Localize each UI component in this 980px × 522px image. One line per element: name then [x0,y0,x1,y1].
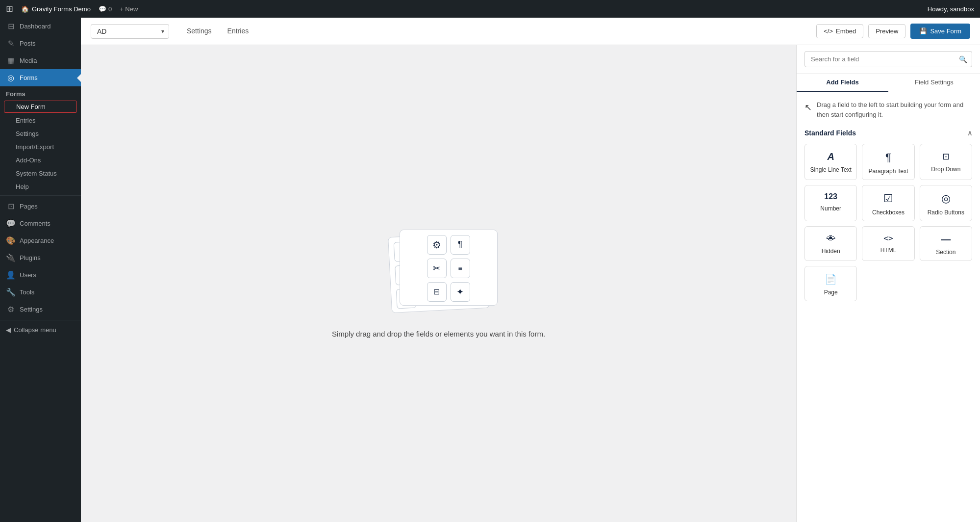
nav-settings[interactable]: Settings [179,23,220,40]
sidebar-item-dashboard[interactable]: ⊟ Dashboard [0,18,81,35]
forms-submenu-heading: Forms [0,86,81,100]
field-card-page[interactable]: 📄 Page [804,266,857,301]
new-link[interactable]: + New [120,5,138,13]
media-icon: ▦ [6,56,16,65]
tab-add-fields[interactable]: Add Fields [797,74,888,92]
submenu-item-help[interactable]: Help [0,180,81,193]
illus-icon-4: ⚙ [427,235,447,255]
submenu-item-new-form[interactable]: New Form [4,101,77,113]
paragraph-text-icon: ¶ [885,151,891,164]
hidden-icon: 👁 [827,234,835,244]
standard-fields-heading: Standard Fields ∧ [804,129,972,137]
canvas-empty-text: Simply drag and drop the fields or eleme… [332,330,545,338]
section-icon: — [941,234,951,245]
sidebar-item-posts[interactable]: ✎ Posts [0,35,81,52]
field-search-input[interactable] [804,51,972,67]
settings-icon: ⚙ [6,305,16,314]
illus-icon-8: ⊟ [427,282,447,302]
illus-icon-5: ¶ [451,235,470,255]
submenu-item-system-status[interactable]: System Status [0,167,81,180]
single-line-text-icon: A [827,151,834,162]
posts-icon: ✎ [6,39,16,48]
field-card-drop-down[interactable]: ⊡ Drop Down [920,144,972,180]
submenu-item-settings[interactable]: Settings [0,127,81,140]
panel-tabs: Add Fields Field Settings [797,74,980,92]
comments-icon: 💬 [6,219,16,228]
field-card-checkboxes[interactable]: ☑ Checkboxes [862,185,914,221]
form-builder: ⚙ ✂ ⊟ [81,45,980,522]
field-card-hidden[interactable]: 👁 Hidden [804,226,857,261]
drop-down-icon: ⊡ [942,151,950,162]
illus-icon-7: ≡ [451,259,470,278]
search-icon: 🔍 [959,55,967,63]
illus-icon-9: ✦ [451,282,470,302]
pages-icon: ⊡ [6,202,16,211]
preview-button[interactable]: Preview [868,24,905,38]
save-form-button[interactable]: 💾 Save Form [910,24,970,39]
form-nav: Settings Entries [179,23,256,40]
radio-buttons-icon: ◎ [941,192,951,205]
appearance-icon: 🎨 [6,236,16,245]
number-icon: 123 [824,192,837,201]
form-header: AD ▾ Settings Entries </> Embed Preview … [81,18,980,45]
collapse-menu-button[interactable]: ◀ Collapse menu [0,322,81,338]
sidebar-item-media[interactable]: ▦ Media [0,52,81,69]
tab-field-settings[interactable]: Field Settings [888,74,980,92]
header-actions: </> Embed Preview 💾 Save Form [816,24,970,39]
site-name[interactable]: 🏠 Gravity Forms Demo [21,5,91,13]
submenu-item-entries[interactable]: Entries [0,114,81,127]
canvas-illustration: ⚙ ✂ ⊟ [375,230,503,318]
sidebar-item-settings[interactable]: ⚙ Settings [0,301,81,318]
sidebar-item-tools[interactable]: 🔧 Tools [0,284,81,301]
sidebar-item-appearance[interactable]: 🎨 Appearance [0,232,81,249]
admin-bar: ⊞ 🏠 Gravity Forms Demo 💬 0 + New Howdy, … [0,0,980,18]
sidebar-item-plugins[interactable]: 🔌 Plugins [0,249,81,266]
submenu-item-add-ons[interactable]: Add-Ons [0,154,81,167]
sidebar-item-users[interactable]: 👤 Users [0,266,81,284]
sidebar-item-pages[interactable]: ⊡ Pages [0,198,81,215]
submenu-item-import-export[interactable]: Import/Export [0,140,81,154]
embed-code-icon: </> [824,27,833,35]
collapse-icon: ◀ [6,326,11,334]
form-select-wrapper: AD ▾ [91,24,169,39]
wp-logo-icon: ⊞ [6,3,13,14]
section-toggle-icon[interactable]: ∧ [967,129,972,137]
comments-link[interactable]: 💬 0 [99,5,112,13]
form-selector[interactable]: AD [91,24,169,39]
field-search-area: 🔍 [797,45,980,74]
forms-icon: ◎ [6,73,16,82]
field-card-paragraph-text[interactable]: ¶ Paragraph Text [862,144,914,180]
page-icon: 📄 [825,273,837,285]
illustration-card-front: ⚙ ¶ ✂ ≡ ⊟ ✦ [400,230,498,306]
field-card-radio-buttons[interactable]: ◎ Radio Buttons [920,185,972,221]
plugins-icon: 🔌 [6,253,16,262]
cursor-icon: ↖ [804,101,812,114]
fields-grid: A Single Line Text ¶ Paragraph Text ⊡ Dr… [804,144,972,301]
dashboard-icon: ⊟ [6,22,16,31]
tools-icon: 🔧 [6,287,16,297]
html-icon: <> [883,234,893,243]
save-icon: 💾 [919,27,927,35]
form-canvas: ⚙ ✂ ⊟ [81,45,796,522]
main-content: AD ▾ Settings Entries </> Embed Preview … [81,18,980,522]
field-card-section[interactable]: — Section [920,226,972,261]
sidebar-item-comments[interactable]: 💬 Comments [0,215,81,232]
right-panel: 🔍 Add Fields Field Settings ↖ Drag a fie… [796,45,980,522]
users-icon: 👤 [6,270,16,280]
drag-hint: ↖ Drag a field to the left to start buil… [804,100,972,119]
sidebar-item-forms[interactable]: ◎ Forms [0,69,81,86]
embed-button[interactable]: </> Embed [816,24,863,38]
illus-icon-6: ✂ [427,259,447,278]
admin-sidebar: ⊟ Dashboard ✎ Posts ▦ Media ◎ Forms Form… [0,18,81,522]
field-card-number[interactable]: 123 Number [804,185,857,221]
nav-entries[interactable]: Entries [220,23,257,40]
howdy-text: Howdy, sandbox [928,5,974,13]
field-card-html[interactable]: <> HTML [862,226,914,261]
field-card-single-line-text[interactable]: A Single Line Text [804,144,857,180]
checkboxes-icon: ☑ [883,192,893,205]
panel-content: ↖ Drag a field to the left to start buil… [797,92,980,522]
